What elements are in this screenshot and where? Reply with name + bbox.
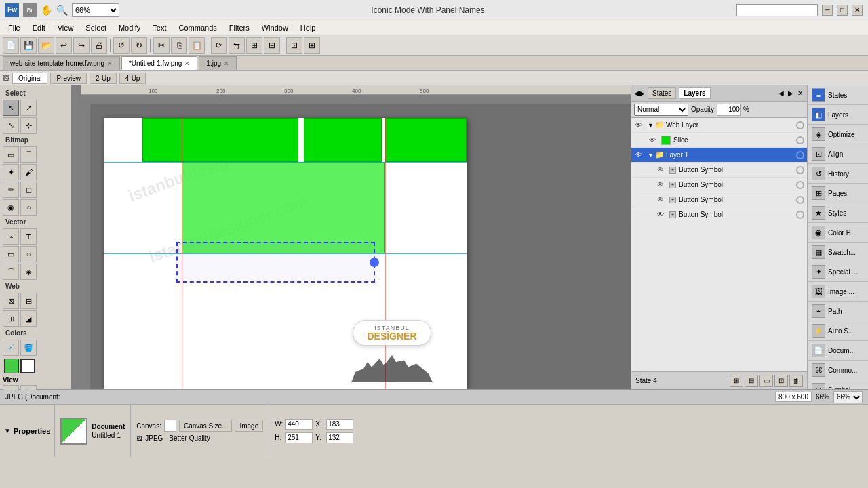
align-button[interactable]: ⊡ <box>286 37 302 54</box>
layer-btn4[interactable]: 👁 + Button Symbol <box>631 207 807 222</box>
layer-layer1[interactable]: 👁 ▼ 📁 Layer 1 <box>631 148 807 163</box>
export-button[interactable]: ↪ <box>73 37 90 54</box>
paint-bucket-tool[interactable]: 🪣 <box>20 340 37 356</box>
rectangle-tool[interactable]: ▭ <box>3 246 19 262</box>
fr-history[interactable]: ↺ History <box>808 164 868 184</box>
fr-optimize[interactable]: ◈ Optimize <box>808 125 868 144</box>
flip-button[interactable]: ⇆ <box>229 37 245 54</box>
tab-close-untitled[interactable]: ✕ <box>184 60 190 67</box>
state-next-btn[interactable]: ⊟ <box>745 375 758 387</box>
cut-button[interactable]: ✂ <box>153 37 170 54</box>
selection-handle[interactable] <box>370 258 379 267</box>
stroke-color-swatch[interactable] <box>20 359 35 373</box>
opacity-input[interactable] <box>717 104 741 116</box>
menu-filters[interactable]: Filters <box>224 22 255 33</box>
canvas-size-button[interactable]: Canvas Size... <box>179 420 232 432</box>
lasso-tool[interactable]: ⌒ <box>20 146 37 163</box>
state-add-btn[interactable]: ▭ <box>760 375 773 387</box>
menu-commands[interactable]: Commands <box>174 22 222 33</box>
tab-close-jpg[interactable]: ✕ <box>224 60 229 67</box>
visibility-icon-btn1[interactable]: 👁 <box>656 165 665 175</box>
slice-tool[interactable]: ⊟ <box>20 293 37 309</box>
x-input[interactable] <box>326 419 353 430</box>
tab-states[interactable]: States <box>648 87 676 99</box>
scale-tool[interactable]: ⤡ <box>3 117 19 134</box>
reshapearea-tool[interactable]: ◈ <box>20 264 37 280</box>
menu-file[interactable]: File <box>3 22 26 33</box>
width-input[interactable] <box>285 419 313 430</box>
paste-button[interactable]: 📋 <box>189 37 205 54</box>
fr-commo[interactable]: ⌘ Commo... <box>808 361 868 380</box>
copy-button[interactable]: ⎘ <box>171 37 187 54</box>
ellipse-tool[interactable]: ○ <box>20 246 37 262</box>
search-input[interactable] <box>736 4 818 16</box>
import-button[interactable]: ↩ <box>56 37 72 54</box>
fr-layers[interactable]: ◧ Layers <box>808 105 868 125</box>
fr-align[interactable]: ⊡ Align <box>808 144 868 164</box>
menu-help[interactable]: Help <box>295 22 321 33</box>
tab-layers[interactable]: Layers <box>679 87 710 99</box>
blend-mode-select[interactable]: Normal <box>634 104 688 116</box>
layer-slice[interactable]: 👁 Slice <box>631 133 807 148</box>
redo-button[interactable]: ↻ <box>131 37 147 54</box>
distribute-button[interactable]: ⊞ <box>304 37 320 54</box>
y-input[interactable] <box>326 432 353 443</box>
transform-tool[interactable]: ⊹ <box>20 117 37 134</box>
new-button[interactable]: 📄 <box>3 37 19 54</box>
layer-btn1[interactable]: 👁 + Button Symbol <box>631 163 807 178</box>
expand-layer1-icon[interactable]: ▼ <box>648 152 654 159</box>
fr-special[interactable]: ✦ Special ... <box>808 262 868 282</box>
fr-states[interactable]: ≡ States <box>808 85 868 105</box>
state-options-btn[interactable]: 🗑 <box>789 375 803 387</box>
view-2up[interactable]: 2-Up <box>90 73 117 84</box>
tab-close-website[interactable]: ✕ <box>107 60 113 67</box>
state-delete-btn[interactable]: ⊡ <box>774 375 788 387</box>
fr-image[interactable]: 🖼 Image ... <box>808 282 868 302</box>
height-input[interactable] <box>285 432 313 443</box>
brush-tool[interactable]: 🖌 <box>20 164 37 180</box>
hand-tool-icon[interactable]: ✋ <box>41 5 52 16</box>
layer-btn2[interactable]: 👁 + Button Symbol <box>631 178 807 192</box>
eyedropper-tool[interactable]: 💉 <box>3 340 19 356</box>
fr-colorp[interactable]: ◉ Color P... <box>808 223 868 243</box>
maximize-button[interactable]: □ <box>837 5 848 16</box>
menu-window[interactable]: Window <box>256 22 294 33</box>
view-preview[interactable]: Preview <box>50 73 87 84</box>
text-tool[interactable]: T <box>20 228 37 245</box>
image-button[interactable]: Image <box>235 420 263 432</box>
visibility-icon-btn4[interactable]: 👁 <box>656 210 665 220</box>
visibility-icon-web[interactable]: 👁 <box>634 121 644 130</box>
tab-website[interactable]: web-site-template-home.fw.png ✕ <box>3 56 120 70</box>
state-prev-btn[interactable]: ⊞ <box>730 375 743 387</box>
menu-view[interactable]: View <box>52 22 79 33</box>
pencil-tool[interactable]: ✏ <box>3 182 19 198</box>
visibility-icon-slice[interactable]: 👁 <box>648 136 657 145</box>
undo-button[interactable]: ↺ <box>113 37 130 54</box>
panel-menu-btn[interactable]: ◀ <box>777 88 785 98</box>
blur-tool[interactable]: ◉ <box>3 199 19 216</box>
status-zoom-select[interactable]: 66% <box>833 391 863 403</box>
fr-symbol[interactable]: ◎ Symbol... <box>808 380 868 389</box>
canvas-scroll[interactable]: 100 200 300 400 istanbuldesigner.com ist… <box>90 104 631 389</box>
eraser-tool[interactable]: ◻ <box>20 182 37 198</box>
tab-untitled[interactable]: *Untitled-1.fw.png ✕ <box>121 56 197 70</box>
ungroup-button[interactable]: ⊟ <box>264 37 280 54</box>
menu-select[interactable]: Select <box>80 22 112 33</box>
visibility-icon-btn2[interactable]: 👁 <box>656 180 665 190</box>
marquee-tool[interactable]: ▭ <box>3 146 19 163</box>
fr-swatch[interactable]: ▦ Swatch... <box>808 243 868 262</box>
zoom-select[interactable]: 66% <box>72 3 119 17</box>
visibility-icon-btn3[interactable]: 👁 <box>656 195 665 205</box>
canvas-color-swatch[interactable] <box>164 420 176 432</box>
fr-pages[interactable]: ⊞ Pages <box>808 184 868 203</box>
pen-tool[interactable]: ⌁ <box>3 228 19 245</box>
rollover-tool[interactable]: ◪ <box>20 310 37 327</box>
visibility-icon-layer1[interactable]: 👁 <box>634 150 644 160</box>
fr-path[interactable]: ⌁ Path <box>808 302 868 321</box>
tab-jpg[interactable]: 1.jpg ✕ <box>199 56 237 70</box>
rotate-button[interactable]: ⟳ <box>211 37 227 54</box>
layer-btn3[interactable]: 👁 + Button Symbol <box>631 192 807 207</box>
freeform-tool[interactable]: ⌒ <box>3 264 19 280</box>
dodge-tool[interactable]: ○ <box>20 199 37 216</box>
minimize-button[interactable]: ─ <box>822 5 833 16</box>
